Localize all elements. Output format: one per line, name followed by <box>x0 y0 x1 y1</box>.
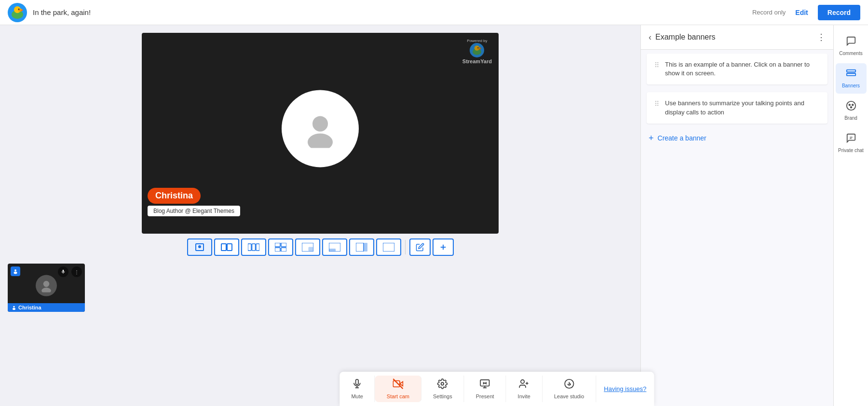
powered-by-badge: Powered by StreamYard <box>462 39 492 64</box>
video-stage: Powered by StreamYard <box>142 33 499 234</box>
svg-point-41 <box>13 308 15 310</box>
layout-single-btn[interactable] <box>187 238 212 256</box>
edit-button[interactable]: Edit <box>791 6 812 19</box>
svg-point-15 <box>198 245 201 248</box>
topbar: In the park, again! Record only Edit Rec… <box>0 0 868 25</box>
panel-back-button[interactable]: ‹ <box>649 32 651 42</box>
streamyard-duck-logo <box>470 43 484 57</box>
bottom-toolbar: Mute Start cam Settings Present Invite L… <box>339 372 654 406</box>
svg-rect-29 <box>356 243 364 252</box>
participants-row: ⋮ Christina <box>0 264 85 312</box>
thumb-more-btn[interactable]: ⋮ <box>71 266 82 277</box>
banners-label: Banners <box>842 83 860 89</box>
add-layout-button[interactable] <box>433 238 454 256</box>
participant-name: Christina <box>18 305 41 310</box>
palette-icon <box>846 100 856 113</box>
leave-label: Leave studio <box>554 393 584 399</box>
name-badge-orange: Christina <box>148 188 201 204</box>
record-button[interactable]: Record <box>818 5 860 20</box>
mute-label: Mute <box>351 393 363 399</box>
participant-thumb[interactable]: ⋮ Christina <box>8 264 85 312</box>
video-avatar <box>282 90 359 167</box>
sidebar-item-private-chat[interactable]: Private chat <box>836 128 867 158</box>
app-logo <box>8 3 27 22</box>
streamyard-label: StreamYard <box>462 58 492 64</box>
layout-full-btn[interactable] <box>376 238 401 256</box>
thumb-controls: ⋮ <box>58 266 82 277</box>
layout-3up-btn[interactable] <box>241 238 266 256</box>
thumb-avatar <box>36 275 57 296</box>
thumb-mic-btn[interactable] <box>58 266 68 277</box>
svg-point-44 <box>846 101 855 110</box>
leave-icon <box>564 378 574 392</box>
start-cam-button[interactable]: Start cam <box>375 376 421 402</box>
sidebar-icons: Comments Banners Brand Private chat <box>833 25 868 406</box>
svg-rect-28 <box>329 249 336 252</box>
drag-handle-1: ⠿ <box>654 61 659 69</box>
svg-point-40 <box>13 306 14 308</box>
settings-button[interactable]: Settings <box>421 376 464 402</box>
main-layout: Powered by StreamYard <box>0 25 868 406</box>
sidebar-item-banners[interactable]: Banners <box>836 63 867 94</box>
banner-item-1[interactable]: ⠿ This is an example of a banner. Click … <box>647 54 827 84</box>
layout-divider <box>405 240 406 254</box>
svg-rect-21 <box>275 243 280 247</box>
mute-icon <box>352 378 363 392</box>
start-cam-label: Start cam <box>387 393 409 399</box>
svg-rect-36 <box>63 270 64 272</box>
role-badge: Blog Author @ Elegant Themes <box>148 206 240 216</box>
svg-rect-43 <box>846 73 855 76</box>
svg-rect-16 <box>221 244 226 251</box>
svg-rect-20 <box>256 244 259 251</box>
svg-point-46 <box>852 104 853 106</box>
banner-text-1: This is an example of a banner. Click on… <box>665 60 820 78</box>
right-panel: ‹ Example banners ⋮ ⠿ This is an example… <box>640 25 833 406</box>
sidebar-item-comments[interactable]: Comments <box>836 31 867 61</box>
settings-icon <box>437 378 448 392</box>
layout-4grid-btn[interactable] <box>268 238 293 256</box>
svg-rect-50 <box>356 379 359 385</box>
present-icon <box>480 378 490 392</box>
settings-label: Settings <box>433 393 452 399</box>
create-banner-button[interactable]: + Create a banner <box>641 127 833 149</box>
edit-layout-button[interactable] <box>409 238 431 256</box>
layout-lower-third-btn[interactable] <box>322 238 347 256</box>
svg-point-61 <box>521 380 524 383</box>
plus-icon: + <box>649 133 654 143</box>
banners-icon <box>846 68 856 81</box>
svg-point-13 <box>308 133 333 148</box>
drag-handle-2: ⠿ <box>654 100 659 108</box>
panel-more-button[interactable]: ⋮ <box>817 32 826 42</box>
person-on-stage-icon <box>11 266 20 276</box>
svg-rect-31 <box>383 243 394 252</box>
center-area: Powered by StreamYard <box>0 25 640 406</box>
layout-side-panel-btn[interactable] <box>349 238 374 256</box>
svg-rect-22 <box>281 243 286 247</box>
leave-studio-button[interactable]: Leave studio <box>542 376 596 402</box>
record-only-label: Record only <box>752 9 786 16</box>
layout-selector <box>187 238 454 256</box>
present-label: Present <box>476 393 494 399</box>
panel-title: Example banners <box>655 33 813 42</box>
svg-rect-18 <box>248 244 251 251</box>
svg-point-56 <box>441 382 444 385</box>
page-title: In the park, again! <box>33 8 746 16</box>
brand-label: Brand <box>844 115 857 121</box>
svg-rect-26 <box>309 247 313 251</box>
mute-button[interactable]: Mute <box>339 376 375 402</box>
svg-point-10 <box>478 47 479 48</box>
present-button[interactable]: Present <box>464 376 506 402</box>
layout-2up-btn[interactable] <box>214 238 239 256</box>
svg-rect-17 <box>227 244 232 251</box>
having-issues-link[interactable]: Having issues? <box>596 382 654 395</box>
comment-icon <box>846 36 856 49</box>
layout-pip-btn[interactable] <box>295 238 320 256</box>
invite-button[interactable]: Invite <box>506 376 542 402</box>
sidebar-item-brand[interactable]: Brand <box>836 96 867 126</box>
banner-item-2[interactable]: ⠿ Use banners to summarize your talking … <box>647 92 827 123</box>
svg-rect-23 <box>275 248 280 252</box>
powered-by-text: Powered by <box>467 39 487 43</box>
person-icon <box>301 109 339 148</box>
invite-label: Invite <box>518 393 530 399</box>
svg-point-12 <box>312 116 328 131</box>
